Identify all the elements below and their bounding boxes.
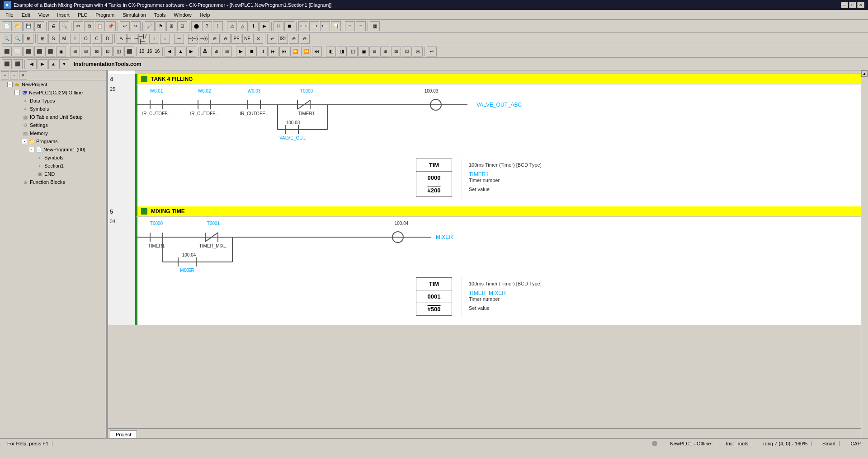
tb3-3[interactable]: ⬛ bbox=[24, 47, 33, 56]
tb-redo[interactable]: ↪ bbox=[131, 21, 141, 31]
menu-simulation[interactable]: Simulation bbox=[119, 11, 149, 19]
tb4-arr4[interactable]: ▼ bbox=[59, 59, 69, 69]
menu-file[interactable]: File bbox=[2, 11, 17, 19]
tb-find[interactable]: 🔎 bbox=[145, 21, 155, 31]
tb3-1[interactable]: ⬛ bbox=[2, 47, 12, 56]
tb3-stop2[interactable]: ⏹ bbox=[247, 47, 257, 56]
tb2-x[interactable]: ✕ bbox=[253, 34, 263, 44]
right-scrollbar[interactable]: ▲ bbox=[861, 70, 868, 438]
tb-conn2[interactable]: ⟶ bbox=[309, 21, 319, 31]
tb3-b8[interactable]: ⊡ bbox=[402, 47, 412, 56]
tb3-b9[interactable]: ◎ bbox=[413, 47, 423, 56]
tb3-plc1[interactable]: 🖧 bbox=[200, 47, 210, 56]
tree-section1[interactable]: ▪ Section1 bbox=[0, 162, 106, 170]
tb-copy[interactable]: ⧉ bbox=[84, 21, 94, 31]
tb-find4[interactable]: ⊟ bbox=[177, 21, 187, 31]
tb3-arr2[interactable]: ▲ bbox=[175, 47, 185, 56]
tb2-zoom-in[interactable]: 🔍 bbox=[2, 34, 12, 44]
sidebar-tb3[interactable]: ✕ bbox=[19, 71, 27, 79]
tree-symbols[interactable]: ▪ Symbols bbox=[0, 105, 106, 113]
tb3-b1[interactable]: ◧ bbox=[326, 47, 336, 56]
diagram-scroll[interactable]: 4 TANK 4 FILLING 25 bbox=[108, 70, 861, 428]
scroll-up[interactable]: ▲ bbox=[861, 70, 868, 77]
tb2-no[interactable]: ─(─) bbox=[188, 34, 198, 44]
tb3-step[interactable]: ⏭ bbox=[269, 47, 278, 56]
tb-find3[interactable]: ⊞ bbox=[166, 21, 176, 31]
tab-project[interactable]: Project bbox=[110, 430, 137, 438]
tree-newplc1[interactable]: - 🖳 NewPLC1[CJ2M] Offline bbox=[0, 89, 106, 97]
tb-save[interactable]: 💾 bbox=[24, 21, 33, 31]
menu-help[interactable]: Help bbox=[196, 11, 214, 19]
tb-warn[interactable]: ⚠ bbox=[227, 21, 237, 31]
tb-conn3[interactable]: ⟵ bbox=[320, 21, 330, 31]
tb3-6[interactable]: ▣ bbox=[56, 47, 66, 56]
tb-conn[interactable]: ⟷ bbox=[298, 21, 308, 31]
sidebar-tb1[interactable]: + bbox=[1, 71, 9, 79]
tb3-run[interactable]: ▶ bbox=[236, 47, 246, 56]
tb2-monitor[interactable]: M bbox=[59, 34, 69, 44]
tb3-10[interactable]: ⊡ bbox=[103, 47, 113, 56]
tb-find2[interactable]: ⚑ bbox=[156, 21, 165, 31]
tb3-9[interactable]: ⊠ bbox=[92, 47, 102, 56]
tb3-step4[interactable]: ⏪ bbox=[301, 47, 311, 56]
tb3-11[interactable]: ◫ bbox=[113, 47, 123, 56]
tb3-b6[interactable]: ⊞ bbox=[380, 47, 390, 56]
tb2-reset[interactable]: ⊖ bbox=[221, 34, 231, 44]
tb-warn2[interactable]: △ bbox=[238, 21, 248, 31]
menu-view[interactable]: View bbox=[35, 11, 53, 19]
tb2-pos[interactable]: ↑ bbox=[149, 34, 159, 44]
tb2-nc[interactable]: ─┤/├─ bbox=[138, 34, 148, 44]
tb3-plc2[interactable]: 🖥 bbox=[211, 47, 221, 56]
tb3-arr1[interactable]: ◀ bbox=[165, 47, 175, 56]
tb2-del[interactable]: ⌦ bbox=[278, 34, 288, 44]
tb-info[interactable]: ℹ bbox=[249, 21, 259, 31]
sidebar-tb2[interactable]: - bbox=[10, 71, 18, 79]
menu-insert[interactable]: Insert bbox=[53, 11, 73, 19]
tb3-7[interactable]: ⊞ bbox=[70, 47, 80, 56]
tb3-b4[interactable]: ▣ bbox=[359, 47, 368, 56]
tb3-8[interactable]: ⊟ bbox=[81, 47, 91, 56]
menu-edit[interactable]: Edit bbox=[18, 11, 34, 19]
tb3-b2[interactable]: ◨ bbox=[337, 47, 347, 56]
tb3-b5[interactable]: ⊟ bbox=[369, 47, 379, 56]
tb4-2[interactable]: ⬛ bbox=[13, 59, 23, 69]
tb2-ins2[interactable]: ⊕ bbox=[289, 34, 299, 44]
tree-symbols2[interactable]: ▪ Symbols bbox=[0, 154, 106, 162]
tb-new[interactable]: 📄 bbox=[2, 21, 12, 31]
tb2-cursor[interactable]: ↖ bbox=[117, 34, 127, 44]
tb3-b7[interactable]: ⊠ bbox=[391, 47, 401, 56]
tb3-4[interactable]: ⬛ bbox=[34, 47, 44, 56]
tree-settings[interactable]: ⚙ Settings bbox=[0, 121, 106, 129]
tb-play[interactable]: ▶ bbox=[259, 21, 269, 31]
tb-stat[interactable]: 📊 bbox=[331, 21, 341, 31]
tree-memory[interactable]: ▤ Memory bbox=[0, 129, 106, 137]
tb2-zoom-out[interactable]: 🔍 bbox=[13, 34, 23, 44]
tree-datatypes[interactable]: ▪ Data Types bbox=[0, 97, 106, 105]
tb3-b3[interactable]: ◫ bbox=[348, 47, 358, 56]
tree-programs[interactable]: - 📁 Programs bbox=[0, 137, 106, 145]
tb3-end2[interactable]: ⏭ bbox=[312, 47, 322, 56]
tb2-del2[interactable]: ⊖ bbox=[300, 34, 310, 44]
menu-plc[interactable]: PLC bbox=[74, 11, 91, 19]
tb-print[interactable]: 🖨 bbox=[48, 21, 58, 31]
tb3-arr3[interactable]: ▶ bbox=[186, 47, 196, 56]
tb-print2[interactable]: 🔍 bbox=[59, 21, 69, 31]
tb-online[interactable]: ⬤ bbox=[191, 21, 201, 31]
tb3-5[interactable]: ⬛ bbox=[45, 47, 55, 56]
tb-extra1[interactable]: ≡ bbox=[345, 21, 355, 31]
tb-paste2[interactable]: 📌 bbox=[106, 21, 116, 31]
tb2-neg[interactable]: ↓ bbox=[160, 34, 170, 44]
tb-paste[interactable]: 📋 bbox=[95, 21, 105, 31]
tb2-set[interactable]: ⊕ bbox=[210, 34, 220, 44]
menu-program[interactable]: Program bbox=[92, 11, 118, 19]
tb-save2[interactable]: 🖫 bbox=[34, 21, 44, 31]
tb3-pause2[interactable]: ⏸ bbox=[258, 47, 268, 56]
tb4-arr3[interactable]: ▲ bbox=[48, 59, 58, 69]
tb3-12[interactable]: ⬛ bbox=[124, 47, 134, 56]
tb3-2[interactable]: ⬜ bbox=[13, 47, 23, 56]
tb3-plc3[interactable]: ⊞ bbox=[222, 47, 232, 56]
tb2-zoom3[interactable]: ⊞ bbox=[24, 34, 33, 44]
tb-open[interactable]: 📂 bbox=[13, 21, 23, 31]
tree-expand-newproject[interactable]: - bbox=[7, 82, 13, 87]
tb-undo[interactable]: ↩ bbox=[120, 21, 130, 31]
